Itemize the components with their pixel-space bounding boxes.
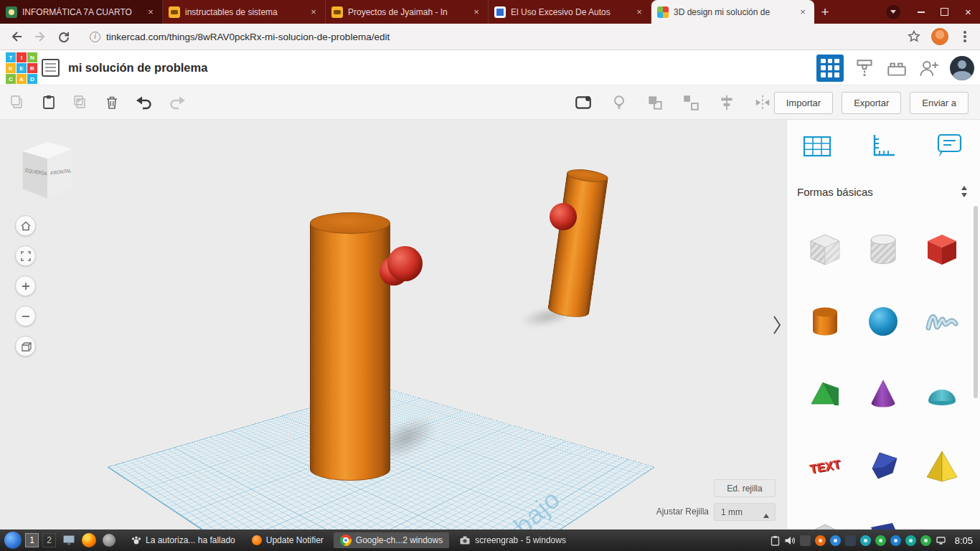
tray-update-icon[interactable]: [815, 535, 826, 546]
shape-partial-left[interactable]: [803, 514, 847, 529]
duplicate-icon[interactable]: [72, 94, 89, 111]
shape-red-box[interactable]: [920, 227, 964, 272]
tray-indicator-icon[interactable]: [875, 535, 886, 546]
copy-icon[interactable]: [9, 94, 26, 111]
tray-indicator-icon[interactable]: [920, 535, 931, 546]
file-manager-icon[interactable]: [62, 534, 75, 546]
forward-icon[interactable]: [33, 29, 47, 44]
tab-3d-design-active[interactable]: 3D design mi solución de ×: [651, 0, 814, 24]
snap-grid-dropdown[interactable]: 1 mm: [714, 503, 776, 521]
delete-icon[interactable]: [103, 94, 121, 111]
workspace-1-button[interactable]: 1: [25, 533, 39, 547]
notes-tool-button[interactable]: [934, 131, 966, 164]
tray-app-icon[interactable]: [800, 535, 811, 546]
shape-purple-cone[interactable]: [861, 371, 905, 415]
invite-person-icon[interactable]: [918, 57, 941, 80]
view-cube[interactable]: IZQUIERDA FRONTAL: [16, 141, 73, 201]
shape-red-text[interactable]: TEXTTEXT: [803, 443, 847, 487]
export-button[interactable]: Exportar: [842, 92, 901, 114]
shape-blue-polyhedron[interactable]: [861, 443, 905, 487]
design-properties-icon[interactable]: [42, 59, 60, 77]
perspective-toggle-button[interactable]: [15, 336, 36, 357]
tab-instructables[interactable]: instructables de sistema ×: [163, 0, 326, 24]
window-close-button[interactable]: ×: [956, 0, 980, 24]
home-view-button[interactable]: [15, 215, 36, 236]
tinkercad-logo[interactable]: T I N K E R C A D: [6, 52, 37, 84]
blocks-editor-button[interactable]: [816, 55, 844, 82]
clipboard-tray-icon[interactable]: [771, 535, 780, 546]
bookmark-star-icon[interactable]: [907, 29, 921, 44]
align-icon[interactable]: [717, 93, 736, 112]
taskbar-window-update-notifier[interactable]: Update Notifier: [245, 533, 330, 547]
user-avatar[interactable]: [950, 56, 974, 80]
paste-icon[interactable]: [40, 94, 57, 111]
tab-informatica[interactable]: INFORMÁTICA 7A CUARTO ×: [0, 0, 163, 24]
edit-grid-button[interactable]: Ed. rejilla: [714, 479, 776, 497]
tab-uso-autos[interactable]: El Uso Excesivo De Autos ×: [489, 0, 651, 24]
redo-icon[interactable]: [168, 94, 187, 111]
shape-orange-cylinder[interactable]: [803, 299, 847, 344]
fit-view-button[interactable]: [15, 245, 36, 266]
viewport-3d[interactable]: Plano de trabajo IZQUIERDA FRONTAL: [0, 120, 786, 529]
group-icon[interactable]: [646, 93, 664, 112]
firefox-icon[interactable]: [82, 533, 96, 547]
tab-search-icon[interactable]: [886, 5, 900, 19]
tab-close-icon[interactable]: ×: [633, 6, 645, 18]
tray-search-icon[interactable]: [830, 535, 841, 546]
shape-partial-middle[interactable]: [861, 514, 905, 529]
workplane-tool-button[interactable]: [801, 131, 833, 164]
tab-close-icon[interactable]: ×: [471, 6, 482, 18]
shape-scribble[interactable]: [920, 299, 964, 344]
zoom-in-button[interactable]: [15, 276, 36, 296]
mirror-icon[interactable]: [753, 93, 772, 112]
zoom-out-button[interactable]: [15, 306, 36, 326]
profile-avatar[interactable]: [931, 28, 948, 45]
send-to-button[interactable]: Enviar a: [910, 92, 969, 114]
tray-indicator-icon[interactable]: [860, 535, 871, 546]
back-icon[interactable]: [9, 29, 24, 44]
shape-blue-sphere[interactable]: [861, 299, 905, 344]
brick-icon[interactable]: [885, 57, 908, 80]
tray-indicator-icon[interactable]: [890, 535, 901, 546]
tab-proyectos[interactable]: Proyectos de Jyaimah - In ×: [326, 0, 489, 24]
shape-teal-dome[interactable]: [920, 371, 964, 415]
panel-collapse-icon[interactable]: [771, 314, 783, 339]
refresh-icon[interactable]: [57, 29, 71, 44]
shape-category-dropdown[interactable]: Formas básicas: [797, 180, 970, 203]
taskbar-window-chrome[interactable]: Google-ch...2 windows: [334, 532, 449, 548]
lightbulb-icon[interactable]: [610, 93, 628, 112]
url-bar[interactable]: tinkercad.com/things/8wRAV0pckRx-mi-solu…: [106, 32, 907, 42]
show-all-icon[interactable]: [574, 93, 593, 112]
shape-striped-box[interactable]: [803, 227, 847, 272]
network-tray-icon[interactable]: [936, 536, 946, 545]
shape-yellow-pyramid[interactable]: [920, 443, 964, 487]
workspace-2-button[interactable]: 2: [42, 533, 56, 547]
shape-green-roof[interactable]: [803, 371, 847, 415]
tray-terminal-icon[interactable]: [845, 535, 856, 546]
shape-striped-cylinder[interactable]: [861, 227, 905, 272]
undo-icon[interactable]: [135, 94, 154, 111]
screenshot-app-icon[interactable]: [103, 534, 116, 547]
model-cylinder-small[interactable]: [547, 167, 609, 319]
ruler-tool-button[interactable]: [868, 131, 900, 164]
model-sphere-small[interactable]: [550, 203, 577, 230]
dropdown-stepper-icon[interactable]: [961, 183, 967, 200]
model-sphere-front[interactable]: [387, 246, 423, 281]
taskbar-window-authorization[interactable]: La autoriza... ha fallado: [125, 533, 242, 547]
tab-close-icon[interactable]: ×: [308, 6, 319, 18]
print-3d-icon[interactable]: [853, 57, 876, 80]
ungroup-icon[interactable]: [682, 93, 700, 112]
new-tab-button[interactable]: +: [814, 0, 836, 24]
window-maximize-button[interactable]: [933, 0, 956, 24]
app-menu-icon[interactable]: [4, 532, 22, 549]
tab-close-icon[interactable]: ×: [797, 6, 809, 18]
taskbar-window-screengrab[interactable]: screengrab - 5 windows: [453, 533, 573, 547]
import-button[interactable]: Importar: [774, 92, 833, 114]
browser-menu-icon[interactable]: [958, 29, 971, 44]
tray-indicator-icon[interactable]: [905, 535, 916, 546]
tab-close-icon[interactable]: ×: [145, 6, 156, 18]
model-cylinder-large[interactable]: [310, 212, 390, 481]
panel-scrollbar[interactable]: [974, 206, 978, 398]
window-minimize-button[interactable]: [909, 0, 933, 24]
site-info-icon[interactable]: i: [90, 32, 100, 42]
